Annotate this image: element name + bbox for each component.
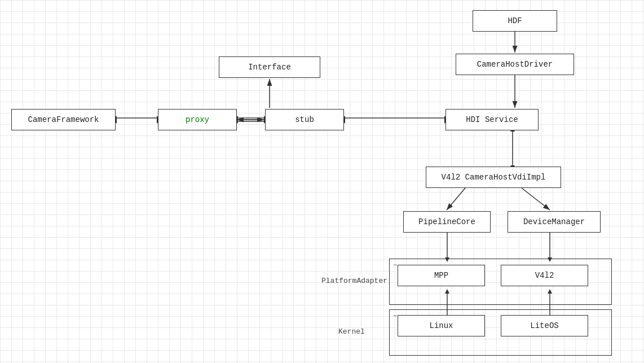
v4l2-label: V4l2 xyxy=(535,271,554,280)
camera-host-driver-node: CameraHostDriver xyxy=(456,54,574,75)
interface-label: Interface xyxy=(248,63,291,72)
svg-line-20 xyxy=(447,188,465,210)
mpp-label: MPP xyxy=(434,271,448,280)
platform-adapter-label: PlatformAdapter xyxy=(321,277,387,285)
svg-line-21 xyxy=(522,188,550,210)
stub-node: stub xyxy=(265,109,344,130)
pipeline-core-label: PipelineCore xyxy=(418,217,475,226)
hdf-label: HDF xyxy=(508,16,522,25)
linux-node: Linux xyxy=(398,315,485,336)
mpp-node: MPP xyxy=(398,265,485,286)
pipeline-core-node: PipelineCore xyxy=(403,211,491,233)
hdi-service-label: HDI Service xyxy=(466,115,518,124)
proxy-node: proxy xyxy=(158,109,237,130)
v4l2-camera-host-node: V4l2 CameraHostVdiImpl xyxy=(426,167,561,188)
linux-label: Linux xyxy=(429,321,453,330)
device-manager-node: DeviceManager xyxy=(508,211,601,233)
camera-framework-label: CameraFramework xyxy=(28,115,99,124)
hdf-node: HDF xyxy=(473,10,557,32)
camera-framework-node: CameraFramework xyxy=(11,109,116,130)
v4l2-node: V4l2 xyxy=(501,265,588,286)
kernel-label: Kernel xyxy=(338,327,365,336)
liteos-node: LiteOS xyxy=(501,315,588,336)
interface-node: Interface xyxy=(219,56,320,78)
proxy-label: proxy xyxy=(186,115,209,124)
hdi-service-node: HDI Service xyxy=(445,109,539,130)
stub-label: stub xyxy=(295,115,314,124)
liteos-label: LiteOS xyxy=(530,321,558,330)
v4l2-camera-host-label: V4l2 CameraHostVdiImpl xyxy=(442,173,546,182)
diagram-canvas: HDF CameraHostDriver Interface CameraFra… xyxy=(0,0,644,363)
camera-host-driver-label: CameraHostDriver xyxy=(477,60,553,69)
device-manager-label: DeviceManager xyxy=(523,217,585,226)
